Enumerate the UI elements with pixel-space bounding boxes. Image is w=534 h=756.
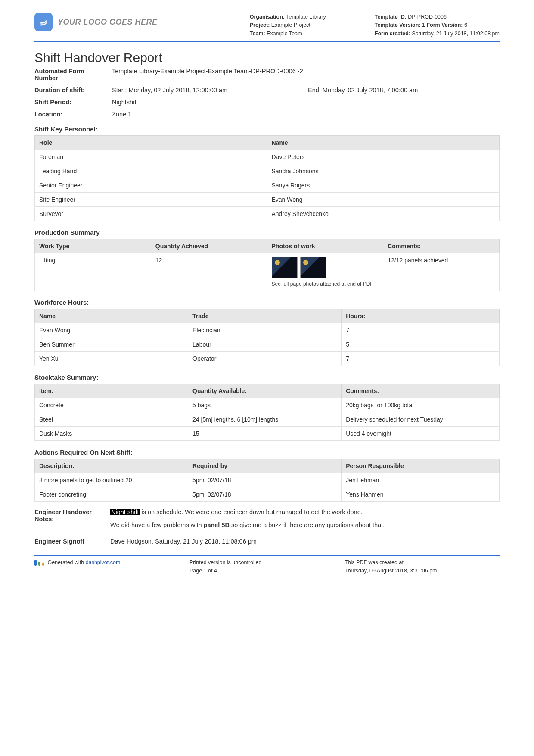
logo-icon (34, 13, 53, 31)
footer-right: This PDF was created at Thursday, 09 Aug… (345, 559, 500, 575)
header-col-1: Organisation: Template Library Project: … (250, 13, 370, 38)
footer-logo-icon (34, 560, 44, 566)
table-row: Ben SummerLabour5 (35, 337, 500, 352)
cell: Evan Wong (267, 193, 500, 207)
cell: Used 4 overnight (342, 427, 500, 441)
th-work-type: Work Type (35, 239, 151, 253)
footer-left: Generated with dashpivot.com (34, 559, 189, 575)
header: YOUR LOGO GOES HERE Organisation: Templa… (34, 13, 500, 42)
afn-label: Automated Form Number (34, 68, 108, 81)
cell: Dusk Masks (35, 427, 188, 441)
location-value: Zone 1 (112, 111, 500, 118)
th-photos: Photos of work (267, 239, 383, 253)
form-created-value: Saturday, 21 July 2018, 11:02:08 pm (412, 31, 500, 37)
table-row: Yen XuiOperator7 (35, 352, 500, 366)
th-comments: Comments: (383, 239, 500, 253)
highlight-night-shift: Night shift (110, 509, 140, 515)
notes-body: Night shift is on schedule. We were one … (110, 509, 500, 528)
cell: Sandra Johnsons (267, 164, 500, 178)
th-name: Name (267, 136, 500, 150)
th-wf-hours: Hours: (342, 309, 500, 323)
cell: Yens Hanmen (342, 487, 500, 502)
table-row: Lifting 12 See full page photos attached… (35, 253, 500, 291)
cell: 7 (342, 323, 500, 337)
cell: Dave Peters (267, 150, 500, 164)
table-row: Site EngineerEvan Wong (35, 193, 500, 207)
cell: Site Engineer (35, 193, 267, 207)
form-created-label: Form created: (375, 31, 410, 37)
cell: Andrey Shevchcenko (267, 207, 500, 221)
table-row: ForemanDave Peters (35, 150, 500, 164)
th-person: Person Responsible (342, 459, 500, 473)
photo-thumb[interactable] (272, 257, 298, 278)
th-reqby: Required by (188, 459, 342, 473)
table-row: Leading HandSandra Johnsons (35, 164, 500, 178)
table-row: Dusk Masks15Used 4 overnight (35, 427, 500, 441)
template-id-value: DP-PROD-0006 (408, 14, 447, 20)
cell: 20kg bags for 100kg total (342, 398, 500, 412)
dashpivot-link[interactable]: dashpivot.com (86, 559, 121, 565)
cell: Delivery scheduled for next Tuesday (342, 412, 500, 427)
th-wf-name: Name (35, 309, 188, 323)
afn-value: Template Library-Example Project-Example… (112, 68, 500, 81)
header-col-2: Template ID: DP-PROD-0006 Template Versi… (375, 13, 500, 38)
cell: Labour (188, 337, 342, 352)
cell: Yen Xui (35, 352, 188, 366)
page-number: Page 1 of 4 (189, 567, 345, 575)
cell: Lifting (35, 253, 151, 291)
duration-label: Duration of shift: (34, 87, 108, 94)
table-row: Concrete5 bags20kg bags for 100kg total (35, 398, 500, 412)
notes-label: Engineer Handover Notes: (34, 509, 108, 522)
table-row: 8 more panels to get to outlined 205pm, … (35, 473, 500, 487)
form-version-label: Form Version: (426, 22, 463, 28)
stocktake-title: Stocktake Summary: (34, 374, 500, 381)
duration-start: Start: Monday, 02 July 2018, 12:00:00 am (112, 87, 304, 94)
template-id-label: Template ID: (375, 14, 407, 20)
actions-table: Description: Required by Person Responsi… (34, 459, 500, 502)
cell: Evan Wong (35, 323, 188, 337)
cell: 12 (151, 253, 267, 291)
cell: 7 (342, 352, 500, 366)
signoff-label: Engineer Signoff (34, 538, 108, 545)
team-value: Example Team (267, 31, 302, 37)
workforce-table: Name Trade Hours: Evan WongElectrician7 … (34, 309, 500, 366)
production-title: Production Summary (34, 229, 500, 236)
cell: Operator (188, 352, 342, 366)
gen-prefix: Generated with (47, 559, 85, 565)
stocktake-table: Item: Quantity Available: Comments: Conc… (34, 384, 500, 441)
personnel-title: Shift Key Personnel: (34, 125, 500, 133)
cell: 5pm, 02/07/18 (188, 473, 342, 487)
workforce-title: Workforce Hours: (34, 299, 500, 306)
pdf-created-value: Thursday, 09 August 2018, 3:31:06 pm (345, 567, 500, 575)
handover-notes: Engineer Handover Notes: Night shift is … (34, 509, 500, 528)
photos-cell: See full page photos attached at end of … (267, 253, 383, 291)
project-value: Example Project (271, 22, 310, 28)
location-label: Location: (34, 111, 108, 118)
cell: 12/12 panels achieved (383, 253, 500, 291)
page: YOUR LOGO GOES HERE Organisation: Templa… (0, 0, 534, 584)
cell: 15 (188, 427, 342, 441)
meta-grid: Automated Form Number Template Library-E… (34, 68, 500, 118)
org-label: Organisation: (250, 14, 285, 20)
signoff-row: Engineer Signoff Dave Hodgson, Saturday,… (34, 538, 500, 545)
cell: Surveyor (35, 207, 267, 221)
pdf-created-label: This PDF was created at (345, 559, 500, 567)
table-row: Evan WongElectrician7 (35, 323, 500, 337)
cell: Concrete (35, 398, 188, 412)
form-version-value: 6 (464, 22, 467, 28)
logo-area: YOUR LOGO GOES HERE (34, 13, 245, 31)
table-row: Senior EngineerSanya Rogers (35, 178, 500, 193)
cell: Foreman (35, 150, 267, 164)
cell: Senior Engineer (35, 178, 267, 193)
th-item: Item: (35, 384, 188, 398)
shift-period-value: Nightshift (112, 99, 500, 106)
photo-thumb[interactable] (300, 257, 326, 278)
cell: Sanya Rogers (267, 178, 500, 193)
th-desc: Description: (35, 459, 188, 473)
cell: Footer concreting (35, 487, 188, 502)
th-role: Role (35, 136, 267, 150)
th-st-comments: Comments: (342, 384, 500, 398)
cell: 5 bags (188, 398, 342, 412)
table-row: SurveyorAndrey Shevchcenko (35, 207, 500, 221)
cell: 5pm, 02/07/18 (188, 487, 342, 502)
